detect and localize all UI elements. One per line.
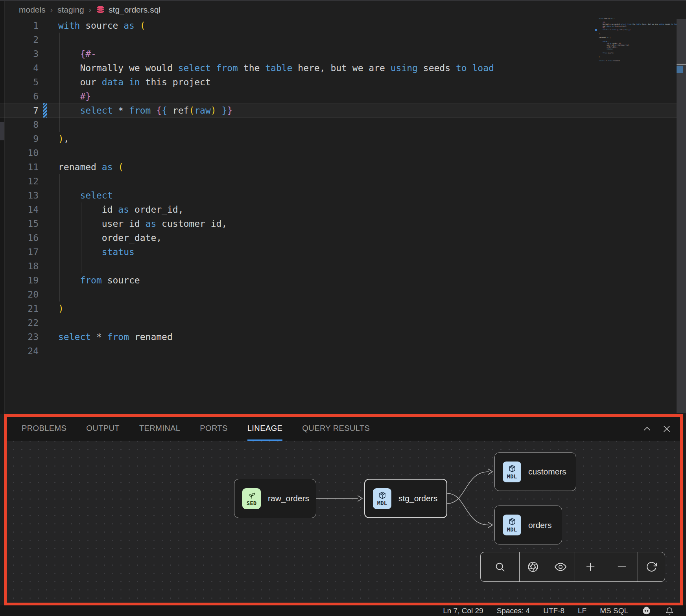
line-number[interactable]: 2 bbox=[0, 35, 39, 45]
editor-scrollbar[interactable] bbox=[677, 19, 686, 413]
chevron-up-icon[interactable] bbox=[642, 424, 652, 434]
toolbar-cell-view bbox=[520, 552, 575, 581]
code-line[interactable]: 20 bbox=[0, 287, 686, 302]
gutter-decoration bbox=[39, 202, 58, 217]
status-item-spaces-4[interactable]: Spaces: 4 bbox=[497, 607, 530, 615]
lineage-node-customers[interactable]: MDLcustomers bbox=[494, 452, 576, 491]
close-icon[interactable] bbox=[662, 424, 671, 434]
breadcrumb[interactable]: models › staging › stg_orders.sql bbox=[19, 3, 160, 17]
line-number[interactable]: 18 bbox=[0, 261, 39, 271]
node-label: stg_orders bbox=[398, 494, 437, 503]
top-divider bbox=[0, 0, 686, 1]
gutter-decoration bbox=[39, 146, 58, 160]
line-number[interactable]: 1 bbox=[0, 20, 39, 31]
panel-tab-query-results[interactable]: QUERY RESULTS bbox=[302, 417, 370, 441]
line-number[interactable]: 14 bbox=[0, 204, 39, 215]
aperture-icon[interactable] bbox=[527, 561, 539, 573]
line-number[interactable]: 16 bbox=[0, 233, 39, 243]
line-number[interactable]: 21 bbox=[0, 303, 39, 314]
line-number[interactable]: 17 bbox=[0, 247, 39, 257]
modified-line-marker bbox=[43, 103, 47, 118]
line-number[interactable]: 3 bbox=[0, 49, 39, 59]
panel-tab-lineage[interactable]: LINEAGE bbox=[247, 417, 283, 441]
code-line[interactable]: 1with source as ( bbox=[0, 18, 686, 33]
code-line[interactable]: 19 from source bbox=[0, 273, 686, 287]
code-line[interactable]: 10 bbox=[0, 146, 686, 160]
line-number[interactable]: 12 bbox=[0, 176, 39, 186]
code-line[interactable]: 8 bbox=[0, 118, 686, 132]
node-type-badge: MDL bbox=[503, 462, 521, 482]
gutter-decoration bbox=[39, 33, 58, 47]
code-line[interactable]: 4 Normally we would select from the tabl… bbox=[0, 61, 686, 75]
code-text: status bbox=[58, 247, 135, 257]
line-number[interactable]: 15 bbox=[0, 219, 39, 229]
panel-tab-ports[interactable]: PORTS bbox=[200, 417, 228, 441]
status-item-ms-sql[interactable]: MS SQL bbox=[600, 607, 628, 615]
zoom-out-icon[interactable] bbox=[616, 561, 628, 573]
code-line[interactable]: 3 {#- bbox=[0, 47, 686, 61]
line-number[interactable]: 22 bbox=[0, 318, 39, 328]
code-line[interactable]: 15 user_id as customer_id, bbox=[0, 217, 686, 231]
code-line[interactable]: 6 #} bbox=[0, 89, 686, 103]
line-number[interactable]: 7 bbox=[0, 105, 39, 116]
line-number[interactable]: 11 bbox=[0, 162, 39, 172]
code-line[interactable]: 11renamed as ( bbox=[0, 160, 686, 174]
code-line[interactable]: 22 bbox=[0, 316, 686, 330]
line-number[interactable]: 23 bbox=[0, 332, 39, 342]
zoom-in-icon[interactable] bbox=[585, 561, 596, 573]
status-item-ln-7-col-29[interactable]: Ln 7, Col 29 bbox=[443, 607, 483, 615]
code-line[interactable]: 12 bbox=[0, 174, 686, 188]
search-icon[interactable] bbox=[494, 561, 506, 573]
code-text: select * from renamed bbox=[58, 332, 173, 342]
code-line[interactable]: 16 order_date, bbox=[0, 231, 686, 245]
code-text: ) bbox=[58, 303, 64, 314]
line-number[interactable]: 6 bbox=[0, 91, 39, 101]
line-number[interactable]: 24 bbox=[0, 346, 39, 356]
breadcrumb-root[interactable]: models bbox=[19, 5, 46, 15]
line-number[interactable]: 20 bbox=[0, 289, 39, 300]
overview-ruler-modified-marker bbox=[677, 66, 683, 73]
lineage-graph-canvas[interactable]: SEDraw_orders MDLstg_orders MDLcustomers… bbox=[7, 441, 680, 603]
code-editor[interactable]: models › staging › stg_orders.sql 1with … bbox=[0, 0, 686, 414]
line-number[interactable]: 9 bbox=[0, 134, 39, 144]
code-line[interactable]: 14 id as order_id, bbox=[0, 202, 686, 217]
breadcrumb-folder[interactable]: staging bbox=[57, 5, 84, 15]
code-line[interactable]: 17 status bbox=[0, 245, 686, 259]
line-number[interactable]: 5 bbox=[0, 77, 39, 87]
line-number[interactable]: 8 bbox=[0, 120, 39, 130]
gutter-decoration bbox=[39, 118, 58, 132]
line-number[interactable]: 13 bbox=[0, 190, 39, 200]
node-badge-label: SED bbox=[247, 500, 256, 506]
code-line[interactable]: 18 bbox=[0, 259, 686, 273]
code-line[interactable]: 5 our data in this project bbox=[0, 75, 686, 89]
lineage-node-stg_orders[interactable]: MDLstg_orders bbox=[364, 479, 447, 518]
node-badge-label: MDL bbox=[507, 526, 517, 533]
eye-icon[interactable] bbox=[554, 561, 567, 573]
lineage-node-orders[interactable]: MDLorders bbox=[494, 506, 562, 544]
toolbar-cell-refresh bbox=[638, 552, 665, 581]
refresh-icon[interactable] bbox=[645, 561, 657, 573]
code-line[interactable]: 24 bbox=[0, 344, 686, 358]
code-line[interactable]: 23select * from renamed bbox=[0, 330, 686, 344]
line-number[interactable]: 19 bbox=[0, 275, 39, 285]
panel-tab-output[interactable]: OUTPUT bbox=[86, 417, 120, 441]
copilot-icon[interactable] bbox=[642, 606, 651, 616]
gutter-decoration bbox=[39, 217, 58, 231]
line-number[interactable]: 10 bbox=[0, 148, 39, 158]
code-line[interactable]: 13 select bbox=[0, 188, 686, 202]
gutter-decoration bbox=[39, 174, 58, 188]
breadcrumb-file[interactable]: stg_orders.sql bbox=[96, 5, 160, 15]
line-number[interactable]: 4 bbox=[0, 63, 39, 73]
code-line[interactable]: 21) bbox=[0, 302, 686, 316]
status-item-lf[interactable]: LF bbox=[578, 607, 586, 615]
code-line[interactable]: 2 bbox=[0, 33, 686, 47]
panel-tab-problems[interactable]: PROBLEMS bbox=[22, 417, 66, 441]
minimap[interactable]: with source as ( {#- Normally we would s… bbox=[599, 18, 677, 69]
panel-tab-terminal[interactable]: TERMINAL bbox=[139, 417, 180, 441]
status-item-utf-8[interactable]: UTF-8 bbox=[543, 607, 564, 615]
bell-icon[interactable] bbox=[665, 606, 674, 616]
code-line[interactable]: 7 select * from {{ ref(raw) }} bbox=[0, 103, 686, 118]
lineage-node-raw_orders[interactable]: SEDraw_orders bbox=[234, 479, 316, 518]
code-line[interactable]: 9), bbox=[0, 132, 686, 146]
code-area[interactable]: 1with source as (23 {#-4 Normally we wou… bbox=[0, 18, 686, 358]
